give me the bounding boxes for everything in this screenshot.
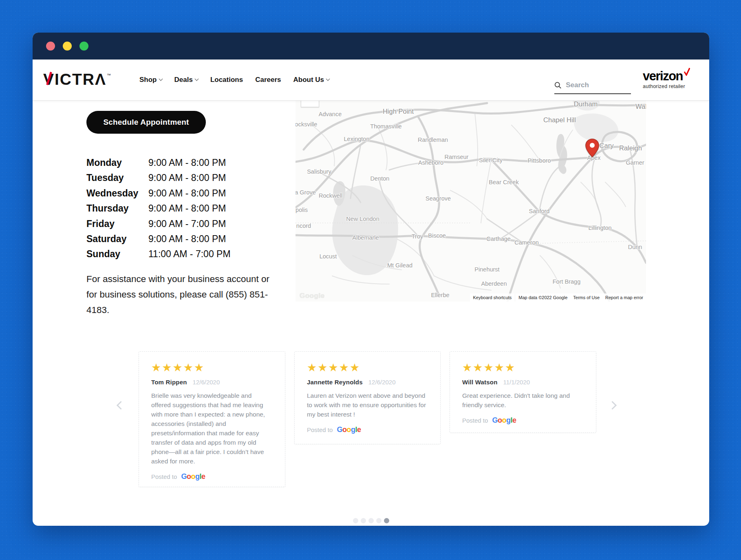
nav-item-label: Shop	[139, 76, 157, 84]
location-pin-icon[interactable]	[583, 138, 602, 159]
time-value: 9:00 AM - 8:00 PM	[148, 231, 231, 247]
review-text: Brielle was very knowledgeable and offer…	[151, 391, 273, 466]
chevron-down-icon	[159, 77, 163, 81]
nav-item-locations[interactable]: Locations	[210, 76, 243, 84]
map-control-partial[interactable]	[301, 101, 319, 107]
main-nav: ShopDealsLocationsCareersAbout Us	[139, 60, 329, 100]
star-icon: ★	[162, 362, 172, 374]
review-date: 12/6/2020	[193, 379, 220, 386]
nav-item-shop[interactable]: Shop	[139, 76, 162, 84]
report-map-error-link[interactable]: Report a map error	[602, 293, 646, 302]
map-label: Wal	[635, 103, 646, 110]
carousel-dot[interactable]	[353, 518, 358, 523]
day-label: Sunday	[86, 247, 148, 262]
desktop-background: VICTRΛ™ ShopDealsLocationsCareersAbout U…	[0, 0, 741, 560]
carousel-dot[interactable]	[361, 518, 366, 523]
posted-to-label: Posted to	[462, 417, 488, 424]
map-label: Siler City	[479, 157, 503, 163]
review-meta: Will Watson11/1/2020	[462, 379, 584, 386]
star-icon: ★	[151, 362, 162, 374]
star-icon: ★	[172, 362, 183, 374]
star-icon: ★	[194, 362, 205, 374]
google-logo-letter: o	[498, 416, 502, 424]
star-icon: ★	[473, 362, 483, 374]
map-label: Bear Creek	[489, 179, 518, 185]
terms-of-use-link[interactable]: Terms of Use	[570, 293, 602, 302]
map-label: Rockwell	[319, 192, 342, 199]
map-region[interactable]: DurhamWalChapel HillHigh PointAdvanceock…	[296, 101, 646, 302]
chevron-right-icon	[608, 401, 616, 410]
google-logo-letter: G	[181, 472, 187, 481]
map-label: Biscoe	[428, 232, 446, 239]
google-logo-letter: e	[357, 426, 361, 434]
star-icon: ★	[505, 362, 516, 374]
search-box	[554, 81, 631, 94]
review-card: ★★★★★Will Watson11/1/2020Great experienc…	[450, 351, 596, 433]
carousel-prev-button[interactable]	[112, 397, 129, 414]
map-label: Thomasville	[370, 123, 401, 130]
time-value: 9:00 AM - 8:00 PM	[148, 170, 231, 185]
review-card: ★★★★★Jannette Reynolds12/6/2020Lauren at…	[294, 351, 441, 444]
review-meta: Tom Rippen12/6/2020	[151, 379, 273, 386]
search-icon	[554, 81, 561, 89]
map-label: Advance	[319, 111, 342, 117]
google-logo-letter: G	[492, 416, 498, 424]
window-close-button[interactable]	[46, 42, 55, 51]
posted-to-row: Posted toGoogle	[151, 472, 273, 481]
review-card: ★★★★★Tom Rippen12/6/2020Brielle was very…	[139, 351, 285, 487]
nav-item-about-us[interactable]: About Us	[293, 76, 330, 84]
trademark-symbol: ™	[107, 73, 111, 77]
map-label: Ramseur	[445, 154, 469, 160]
map-label: Locust	[320, 253, 337, 260]
carousel-dot[interactable]	[384, 518, 389, 523]
window-minimize-button[interactable]	[63, 42, 72, 51]
nav-item-deals[interactable]: Deals	[174, 76, 198, 84]
carousel-pagination	[33, 518, 709, 523]
google-logo-letter: e	[201, 472, 205, 481]
map-label: Durham	[574, 101, 598, 108]
hours-row: Monday9:00 AM - 8:00 PM	[86, 155, 231, 170]
verizon-subtext: authorized retailer	[643, 84, 690, 89]
map-label: Denton	[370, 175, 390, 182]
review-meta: Jannette Reynolds12/6/2020	[307, 379, 428, 386]
nav-item-careers[interactable]: Careers	[255, 76, 281, 84]
map-label: Carthage	[486, 236, 511, 242]
verizon-wordmark: verizon	[643, 70, 683, 82]
window-zoom-button[interactable]	[79, 42, 88, 51]
hours-row: Friday9:00 AM - 7:00 PM	[86, 216, 231, 231]
chevron-down-icon	[194, 77, 198, 81]
search-input[interactable]	[565, 81, 631, 90]
schedule-appointment-button[interactable]: Schedule Appointment	[86, 111, 206, 134]
google-logo: Google	[181, 472, 205, 481]
carousel-next-button[interactable]	[604, 397, 620, 414]
star-icon: ★	[494, 362, 505, 374]
keyboard-shortcuts-button[interactable]: Keyboard shortcuts	[470, 293, 514, 302]
posted-to-row: Posted toGoogle	[462, 416, 584, 425]
day-label: Tuesday	[86, 170, 148, 185]
review-date: 11/1/2020	[503, 379, 530, 386]
google-logo-letter: o	[502, 416, 506, 424]
chevron-left-icon	[116, 401, 125, 410]
victra-wordmark: VICTRΛ	[43, 71, 106, 88]
map-label: Cameron	[514, 239, 539, 246]
map-label: polis	[296, 207, 308, 213]
hours-row: Wednesday9:00 AM - 8:00 PM	[86, 186, 231, 201]
review-date: 12/6/2020	[368, 379, 396, 386]
google-logo-letter: o	[342, 426, 347, 434]
hours-row: Thursday9:00 AM - 8:00 PM	[86, 201, 231, 216]
time-value: 9:00 AM - 8:00 PM	[148, 201, 231, 216]
hours-list: Monday9:00 AM - 8:00 PMTuesday9:00 AM - …	[86, 155, 231, 262]
hours-row: Tuesday9:00 AM - 8:00 PM	[86, 170, 231, 185]
google-logo-letter: g	[195, 472, 200, 481]
carousel-dot[interactable]	[368, 518, 374, 523]
carousel-dot[interactable]	[376, 518, 382, 523]
map-label: Salisbury	[307, 168, 331, 175]
map-label: Pittsboro	[527, 157, 551, 164]
nav-item-label: Careers	[255, 76, 281, 84]
map-data-text: Map data ©2022 Google	[516, 293, 570, 302]
business-note: For assistance with your business accoun…	[86, 271, 282, 318]
time-value: 11:00 AM - 7:00 PM	[148, 247, 231, 262]
victra-logo[interactable]: VICTRΛ™	[43, 71, 110, 87]
posted-to-label: Posted to	[151, 473, 177, 480]
google-logo: Google	[337, 426, 361, 434]
